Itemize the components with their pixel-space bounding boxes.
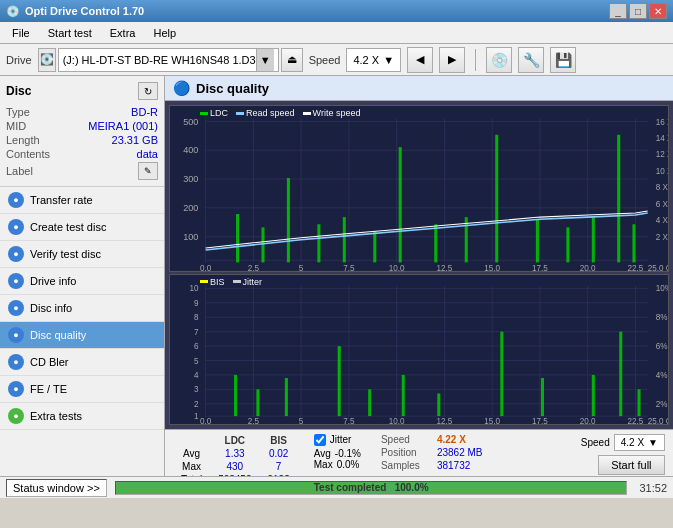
tools-icon-button[interactable]: 🔧 bbox=[518, 47, 544, 73]
next-speed-button[interactable]: ▶ bbox=[439, 47, 465, 73]
content-header-title: Disc quality bbox=[196, 81, 269, 96]
bis-legend-dot bbox=[200, 280, 208, 283]
disc-icon-button[interactable]: 💿 bbox=[486, 47, 512, 73]
svg-text:7.5: 7.5 bbox=[343, 264, 355, 271]
disc-contents-label: Contents bbox=[6, 148, 50, 160]
svg-text:10.0: 10.0 bbox=[389, 417, 405, 424]
start-full-button[interactable]: Start full bbox=[598, 455, 665, 475]
svg-text:2: 2 bbox=[194, 399, 199, 408]
svg-text:15.0: 15.0 bbox=[484, 417, 500, 424]
main-layout: Disc ↻ Type BD-R MID MEIRA1 (001) Length… bbox=[0, 76, 673, 476]
sidebar: Disc ↻ Type BD-R MID MEIRA1 (001) Length… bbox=[0, 76, 165, 476]
svg-rect-106 bbox=[338, 346, 341, 416]
sidebar-item-drive-info[interactable]: ● Drive info bbox=[0, 268, 164, 295]
svg-rect-103 bbox=[234, 375, 237, 416]
menu-start-test[interactable]: Start test bbox=[40, 25, 100, 41]
action-buttons: Start full Start part bbox=[598, 455, 665, 476]
svg-text:1: 1 bbox=[194, 412, 199, 421]
content-area: 🔵 Disc quality LDC Read speed bbox=[165, 76, 673, 476]
disc-mid-row: MID MEIRA1 (001) bbox=[6, 120, 158, 132]
stats-col-empty bbox=[173, 434, 210, 447]
disc-refresh-button[interactable]: ↻ bbox=[138, 82, 158, 100]
read-speed-legend-label: Read speed bbox=[246, 108, 295, 118]
sidebar-item-disc-quality[interactable]: ● Disc quality bbox=[0, 322, 164, 349]
svg-text:4: 4 bbox=[194, 371, 199, 380]
sidebar-item-disc-info[interactable]: ● Disc info bbox=[0, 295, 164, 322]
svg-rect-112 bbox=[592, 375, 595, 416]
speed-label: Speed bbox=[309, 54, 341, 66]
content-header-icon: 🔵 bbox=[173, 80, 190, 96]
jitter-avg-label: Avg bbox=[314, 448, 331, 459]
close-button[interactable]: ✕ bbox=[649, 3, 667, 19]
sidebar-item-transfer-rate[interactable]: ● Transfer rate bbox=[0, 187, 164, 214]
jitter-max-value: 0.0% bbox=[337, 459, 360, 470]
disc-type-value: BD-R bbox=[131, 106, 158, 118]
disc-info-icon: ● bbox=[8, 300, 24, 316]
stats-speed-arrow[interactable]: ▼ bbox=[648, 437, 658, 448]
jitter-checkbox[interactable] bbox=[314, 434, 326, 446]
drive-value: (J:) HL-DT-ST BD-RE WH16NS48 1.D3 bbox=[63, 54, 256, 66]
maximize-button[interactable]: □ bbox=[629, 3, 647, 19]
svg-text:25.0 GB: 25.0 GB bbox=[648, 264, 668, 271]
disc-label-button[interactable]: ✎ bbox=[138, 162, 158, 180]
speed-combo-arrow[interactable]: ▼ bbox=[383, 54, 394, 66]
stats-table: LDC BIS Avg 1.33 0.02 Max 430 7 Total bbox=[173, 434, 298, 476]
sidebar-item-extra-tests[interactable]: ● Extra tests bbox=[0, 403, 164, 430]
prev-speed-button[interactable]: ◀ bbox=[407, 47, 433, 73]
svg-text:100: 100 bbox=[183, 232, 198, 242]
svg-text:22.5: 22.5 bbox=[628, 417, 644, 424]
write-speed-legend-dot bbox=[303, 112, 311, 115]
ldc-legend-item: LDC bbox=[200, 108, 228, 118]
disc-length-label: Length bbox=[6, 134, 40, 146]
sidebar-item-create-test-disc-label: Create test disc bbox=[30, 221, 106, 233]
svg-text:12.5: 12.5 bbox=[437, 264, 453, 271]
svg-text:2.5: 2.5 bbox=[248, 264, 260, 271]
svg-text:8: 8 bbox=[194, 313, 199, 322]
svg-rect-55 bbox=[632, 224, 635, 262]
svg-rect-48 bbox=[434, 224, 437, 262]
progress-bar-container: Test completed 100.0% bbox=[115, 481, 628, 495]
svg-text:9: 9 bbox=[194, 298, 199, 307]
stats-col-ldc: LDC bbox=[210, 434, 259, 447]
jitter-section: Jitter Avg -0.1% Max 0.0% bbox=[314, 434, 361, 470]
drive-combo-arrow[interactable]: ▼ bbox=[256, 49, 274, 71]
sidebar-item-create-test-disc[interactable]: ● Create test disc bbox=[0, 214, 164, 241]
menu-file[interactable]: File bbox=[4, 25, 38, 41]
status-window-section[interactable]: Status window >> bbox=[6, 479, 107, 497]
svg-rect-107 bbox=[368, 389, 371, 416]
svg-text:5: 5 bbox=[299, 417, 304, 424]
disc-contents-value: data bbox=[137, 148, 158, 160]
stats-avg-label: Avg bbox=[173, 447, 210, 460]
sidebar-item-cd-bler[interactable]: ● CD Bler bbox=[0, 349, 164, 376]
progress-text: Test completed 100.0% bbox=[116, 482, 627, 494]
svg-text:4%: 4% bbox=[656, 371, 668, 380]
ldc-legend-dot bbox=[200, 112, 208, 115]
speed-selector[interactable]: 4.2 X ▼ bbox=[346, 48, 401, 72]
svg-text:25.0 GB: 25.0 GB bbox=[648, 417, 668, 424]
menu-help[interactable]: Help bbox=[145, 25, 184, 41]
stats-avg-bis: 0.02 bbox=[260, 447, 298, 460]
svg-text:2.5: 2.5 bbox=[248, 417, 260, 424]
svg-rect-114 bbox=[638, 389, 641, 416]
svg-text:4 X: 4 X bbox=[656, 216, 668, 225]
drive-selector[interactable]: (J:) HL-DT-ST BD-RE WH16NS48 1.D3 ▼ bbox=[58, 48, 279, 72]
status-text: Test completed bbox=[314, 482, 387, 493]
minimize-button[interactable]: _ bbox=[609, 3, 627, 19]
stats-avg-row: Avg 1.33 0.02 bbox=[173, 447, 298, 460]
svg-text:5: 5 bbox=[194, 356, 199, 365]
eject-button[interactable]: ⏏ bbox=[281, 48, 303, 72]
save-icon-button[interactable]: 💾 bbox=[550, 47, 576, 73]
sidebar-item-verify-test-disc[interactable]: ● Verify test disc bbox=[0, 241, 164, 268]
disc-mid-value: MEIRA1 (001) bbox=[88, 120, 158, 132]
svg-text:17.5: 17.5 bbox=[532, 417, 548, 424]
svg-rect-108 bbox=[402, 375, 405, 416]
svg-rect-45 bbox=[343, 217, 346, 262]
speed-value: 4.2 X bbox=[353, 54, 379, 66]
stats-speed-combo[interactable]: 4.2 X ▼ bbox=[614, 434, 665, 451]
stats-col-bis: BIS bbox=[260, 434, 298, 447]
sidebar-item-fe-te-label: FE / TE bbox=[30, 383, 67, 395]
svg-text:8 X: 8 X bbox=[656, 183, 668, 192]
menu-extra[interactable]: Extra bbox=[102, 25, 144, 41]
sidebar-item-fe-te[interactable]: ● FE / TE bbox=[0, 376, 164, 403]
svg-rect-109 bbox=[437, 393, 440, 416]
